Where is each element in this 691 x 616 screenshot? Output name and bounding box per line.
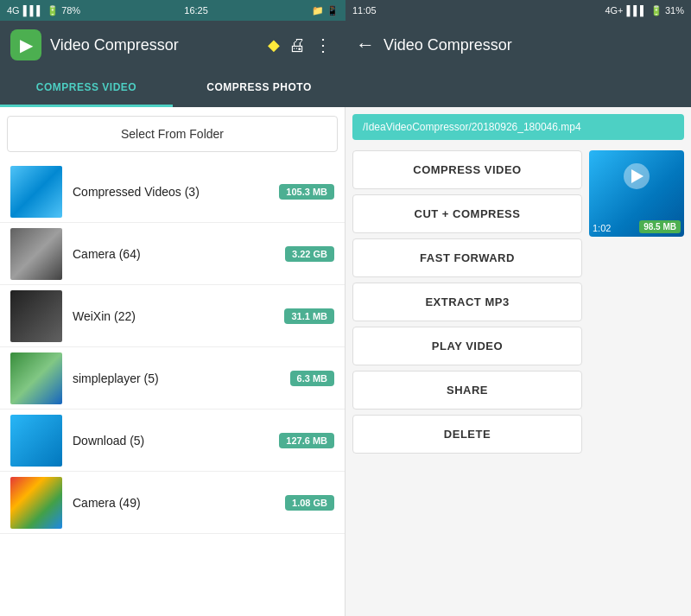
video-size-badge: 98.5 MB (639, 220, 681, 233)
folder-item[interactable]: Camera (49) 1.08 GB (0, 472, 345, 534)
app-icon: ▶ (10, 29, 41, 60)
tab-compress-video[interactable]: COMPRESS VIDEO (0, 69, 173, 107)
play-triangle-icon (631, 169, 643, 183)
left-app-bar: ▶ Video Compressor ◆ 🖨 ⋮ (0, 21, 342, 69)
tab-compress-photo[interactable]: COMPRESS PHOTO (173, 69, 346, 107)
action-buttons: COMPRESS VIDEOCUT + COMPRESSFAST FORWARD… (352, 150, 589, 609)
folder-thumbnail (10, 228, 62, 280)
folder-thumb-inner (10, 166, 62, 218)
tab-bar: COMPRESS VIDEO COMPRESS PHOTO (0, 69, 346, 107)
folder-name: WeiXin (22) (73, 309, 284, 323)
folder-info: simpleplayer (5) (73, 372, 290, 385)
action-button-fast-forward[interactable]: FAST FORWARD (352, 238, 582, 277)
select-folder-button[interactable]: Select From Folder (7, 116, 338, 152)
folder-info: Camera (64) (73, 247, 285, 261)
folder-list: Compressed Videos (3) 105.3 MB Camera (6… (0, 161, 345, 616)
left-time: 16:25 (184, 5, 208, 16)
folder-size-badge: 127.6 MB (279, 433, 334, 448)
right-signal: ▌▌▌ (627, 5, 647, 16)
status-bar-right: 11:05 4G+ ▌▌▌ 🔋 31% (346, 0, 691, 21)
folder-thumb-inner (10, 228, 62, 280)
folder-name: Download (5) (73, 434, 279, 448)
folder-item[interactable]: WeiXin (22) 31.1 MB (0, 285, 345, 347)
folder-thumbnail (10, 477, 62, 529)
folder-info: Camera (49) (73, 496, 285, 510)
play-button-overlay (624, 163, 650, 189)
folder-name: Compressed Videos (3) (73, 185, 279, 199)
left-signal: ▌▌▌ (23, 5, 43, 16)
folder-name: Camera (64) (73, 247, 285, 261)
folder-size-badge: 1.08 GB (285, 495, 334, 511)
folder-thumbnail (10, 352, 62, 404)
folder-size-badge: 31.1 MB (284, 308, 334, 324)
right-network: 4G+ (605, 5, 623, 16)
folder-item[interactable]: Compressed Videos (3) 105.3 MB (0, 161, 345, 223)
action-button-cut-plus-compress[interactable]: CUT + COMPRESS (352, 194, 582, 233)
status-bar-left: 4G ▌▌▌ 🔋 78% 16:25 📁 📱 (0, 0, 346, 21)
folder-thumb-inner (10, 352, 62, 404)
video-thumbnail[interactable]: 98.5 MB 1:02 (589, 150, 684, 237)
folder-thumbnail (10, 166, 62, 218)
folder-name: simpleplayer (5) (73, 372, 290, 385)
folder-item[interactable]: Download (5) 127.6 MB (0, 410, 345, 472)
app-bars: ▶ Video Compressor ◆ 🖨 ⋮ ← Video Compres… (0, 21, 691, 69)
left-app-title: Video Compressor (50, 36, 259, 54)
folder-info: Compressed Videos (3) (73, 185, 279, 199)
folder-thumb-inner (10, 415, 62, 467)
left-icons: 📁 📱 (312, 5, 339, 16)
right-battery: 🔋 31% (650, 5, 684, 16)
action-button-compress-video[interactable]: COMPRESS VIDEO (352, 150, 582, 189)
action-button-delete[interactable]: DELETE (352, 415, 582, 454)
left-battery: 🔋 78% (47, 5, 80, 16)
folder-item[interactable]: simpleplayer (5) 6.3 MB (0, 347, 345, 410)
folder-size-badge: 6.3 MB (290, 371, 334, 386)
right-status-info: 4G+ ▌▌▌ 🔋 31% (605, 5, 684, 16)
action-button-share[interactable]: SHARE (352, 371, 582, 410)
folder-size-badge: 105.3 MB (279, 184, 334, 200)
folder-thumb-inner (10, 477, 62, 529)
left-panel: Select From Folder Compressed Videos (3)… (0, 107, 346, 616)
back-button[interactable]: ← (356, 34, 375, 56)
right-time: 11:05 (352, 5, 377, 16)
more-icon[interactable]: ⋮ (314, 35, 332, 55)
toolbar-icons: ◆ 🖨 ⋮ (268, 35, 332, 55)
print-icon[interactable]: 🖨 (288, 35, 306, 55)
right-content: COMPRESS VIDEOCUT + COMPRESSFAST FORWARD… (346, 143, 691, 616)
folder-thumbnail (10, 290, 62, 342)
video-thumbnail-container: 98.5 MB 1:02 (589, 150, 684, 609)
folder-info: Download (5) (73, 434, 279, 448)
left-network: 4G (7, 5, 20, 16)
main-content: Select From Folder Compressed Videos (3)… (0, 107, 691, 616)
file-path: /IdeaVideoCompressor/20180926_180046.mp4 (352, 114, 684, 140)
right-app-bar: ← Video Compressor (342, 21, 691, 69)
right-app-title: Video Compressor (384, 36, 677, 54)
diamond-icon[interactable]: ◆ (268, 35, 280, 54)
folder-info: WeiXin (22) (73, 309, 284, 323)
left-status-info: 4G ▌▌▌ 🔋 78% (7, 5, 80, 16)
video-duration: 1:02 (593, 223, 611, 233)
tab-row: COMPRESS VIDEO COMPRESS PHOTO (0, 69, 691, 107)
folder-thumb-inner (10, 290, 62, 342)
action-button-extract-mp3[interactable]: EXTRACT MP3 (352, 283, 582, 321)
action-button-play-video[interactable]: PLAY VIDEO (352, 327, 582, 365)
status-bars: 4G ▌▌▌ 🔋 78% 16:25 📁 📱 11:05 4G+ ▌▌▌ 🔋 3… (0, 0, 691, 21)
right-panel: /IdeaVideoCompressor/20180926_180046.mp4… (346, 107, 691, 616)
folder-name: Camera (49) (73, 496, 285, 510)
folder-thumbnail (10, 415, 62, 467)
folder-size-badge: 3.22 GB (285, 246, 334, 262)
folder-item[interactable]: Camera (64) 3.22 GB (0, 223, 345, 285)
